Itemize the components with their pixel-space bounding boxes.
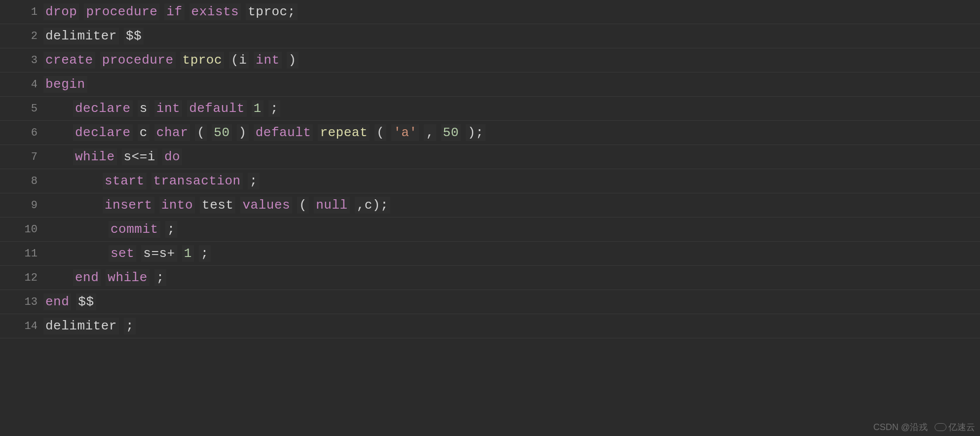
code-token: insert xyxy=(103,197,154,214)
line-number: 3 xyxy=(0,54,43,67)
code-token: default xyxy=(254,124,313,141)
code-editor[interactable]: 1drop procedure if exists tproc; 2delimi… xyxy=(0,0,980,338)
code-line[interactable]: 3create procedure tproc (i int ) xyxy=(0,48,980,73)
code-token: ( xyxy=(195,124,207,141)
code-token: values xyxy=(240,197,292,214)
code-token: default xyxy=(187,100,247,117)
code-token: drop xyxy=(43,3,79,20)
code-token: delimiter xyxy=(43,28,119,44)
code-line[interactable]: 14delimiter ; xyxy=(0,314,980,338)
code-token: (i xyxy=(229,52,249,69)
code-token: $$ xyxy=(76,293,96,310)
code-token: while xyxy=(106,269,150,286)
code-token: ; xyxy=(165,221,177,238)
code-token: ); xyxy=(466,124,486,141)
code-content[interactable]: declare c char ( 50 ) default repeat ( '… xyxy=(43,124,490,141)
code-token: 1 xyxy=(252,100,264,117)
code-token: ; xyxy=(199,245,211,262)
code-token: end xyxy=(43,293,71,310)
code-line[interactable]: 13end $$ xyxy=(0,290,980,314)
code-line[interactable]: 1drop procedure if exists tproc; xyxy=(0,0,980,24)
watermark: CSDN @沿戎 亿速云 xyxy=(873,421,975,433)
code-line[interactable]: 11set s=s+ 1 ; xyxy=(0,242,980,266)
code-token: declare xyxy=(73,100,133,117)
code-content[interactable]: create procedure tproc (i int ) xyxy=(43,52,303,69)
cloud-icon xyxy=(935,423,946,431)
watermark-csdn: CSDN @沿戎 xyxy=(873,421,928,433)
code-token: set xyxy=(109,245,136,262)
code-content[interactable]: while s<=i do xyxy=(43,148,187,165)
line-number: 5 xyxy=(0,103,43,115)
code-token: create xyxy=(43,52,95,69)
watermark-csdn-text: CSDN @沿戎 xyxy=(873,421,928,433)
watermark-yisu-text: 亿速云 xyxy=(948,421,975,433)
code-token: ,c); xyxy=(355,197,390,214)
code-token: 1 xyxy=(182,245,194,262)
code-token: end xyxy=(73,269,101,286)
code-token: do xyxy=(162,148,182,165)
code-token: begin xyxy=(43,76,87,93)
code-line[interactable]: 8start transaction ; xyxy=(0,169,980,193)
code-token: s=s+ xyxy=(141,245,177,262)
code-content[interactable]: declare s int default 1 ; xyxy=(43,100,285,117)
line-number: 8 xyxy=(0,175,43,187)
code-token: ; xyxy=(248,173,260,189)
code-token: ; xyxy=(124,318,136,334)
line-number: 1 xyxy=(0,6,43,18)
code-content[interactable]: delimiter ; xyxy=(43,318,141,334)
code-token: start xyxy=(103,173,147,189)
code-token: test xyxy=(200,197,235,214)
code-token: int xyxy=(154,100,182,117)
code-token: null xyxy=(314,197,349,214)
line-number: 12 xyxy=(0,272,43,284)
code-token: ; xyxy=(268,100,280,117)
code-token: c xyxy=(138,124,150,141)
line-number: 11 xyxy=(0,248,43,260)
line-number: 9 xyxy=(0,199,43,212)
code-line[interactable]: 12end while ; xyxy=(0,266,980,290)
code-content[interactable]: begin xyxy=(43,76,92,93)
code-token: 'a' xyxy=(391,124,419,141)
code-token: char xyxy=(154,124,190,141)
code-content[interactable]: start transaction ; xyxy=(43,173,264,189)
line-number: 4 xyxy=(0,78,43,91)
code-content[interactable]: set s=s+ 1 ; xyxy=(43,245,216,262)
watermark-yisu: 亿速云 xyxy=(935,421,975,433)
code-token: ( xyxy=(297,197,309,214)
code-line[interactable]: 2delimiter $$ xyxy=(0,24,980,48)
code-line[interactable]: 4begin xyxy=(0,73,980,97)
code-token: tproc xyxy=(181,52,225,69)
code-token: ) xyxy=(287,52,299,69)
code-line[interactable]: 6declare c char ( 50 ) default repeat ( … xyxy=(0,121,980,145)
code-token: int xyxy=(254,52,281,69)
code-line[interactable]: 9insert into test values ( null ,c); xyxy=(0,193,980,218)
code-content[interactable]: commit ; xyxy=(43,221,182,238)
line-number: 2 xyxy=(0,30,43,42)
code-token: 50 xyxy=(441,124,461,141)
code-content[interactable]: end while ; xyxy=(43,269,171,286)
code-token: transaction xyxy=(151,173,243,189)
code-token: s<=i xyxy=(122,148,157,165)
code-content[interactable]: drop procedure if exists tproc; xyxy=(43,3,302,20)
code-line[interactable]: 7while s<=i do xyxy=(0,145,980,169)
code-content[interactable]: insert into test values ( null ,c); xyxy=(43,197,395,214)
code-token: procedure xyxy=(84,3,159,20)
code-token: repeat xyxy=(318,124,370,141)
line-number: 6 xyxy=(0,127,43,139)
line-number: 10 xyxy=(0,223,43,236)
line-number: 13 xyxy=(0,296,43,308)
code-token: ( xyxy=(375,124,386,141)
code-content[interactable]: delimiter $$ xyxy=(43,28,149,44)
code-token: tproc; xyxy=(246,3,298,20)
code-token: commit xyxy=(109,221,160,238)
code-token: declare xyxy=(73,124,133,141)
code-token: while xyxy=(73,148,117,165)
code-token: if xyxy=(164,3,184,20)
code-line[interactable]: 5declare s int default 1 ; xyxy=(0,97,980,121)
code-token: delimiter xyxy=(43,318,119,334)
code-token: s xyxy=(138,100,150,117)
code-token: , xyxy=(424,124,436,141)
code-token: 50 xyxy=(212,124,231,141)
code-line[interactable]: 10commit ; xyxy=(0,218,980,242)
code-content[interactable]: end $$ xyxy=(43,293,101,310)
